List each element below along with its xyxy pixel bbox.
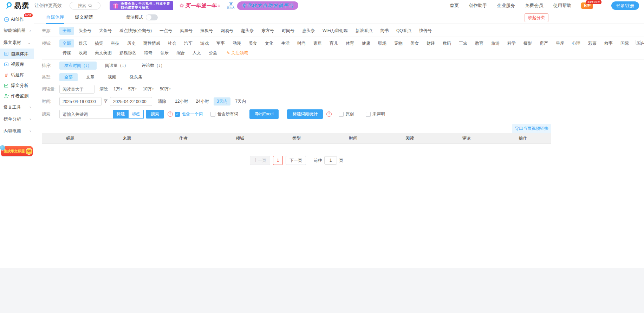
source-option[interactable]: 大鱼号 xyxy=(96,27,115,35)
source-option[interactable]: 凤凰号 xyxy=(177,27,196,35)
source-option[interactable]: 快传号 xyxy=(416,27,435,35)
field-option[interactable]: 文化 xyxy=(262,39,277,47)
reads-clear-link[interactable]: 清除 xyxy=(99,86,108,92)
original-checkbox[interactable] xyxy=(339,112,344,117)
field-option[interactable]: 搞笑 xyxy=(92,39,106,47)
field-option[interactable]: 体育 xyxy=(343,39,357,47)
field-option[interactable]: 彩票 xyxy=(585,39,600,47)
search-by-tag-button[interactable]: 标签 xyxy=(128,110,144,119)
header-search[interactable]: 搜索 xyxy=(70,2,100,9)
sidebar-item-hot-analysis[interactable]: 爆文分析 xyxy=(0,80,34,91)
field-option[interactable]: 数码 xyxy=(440,39,454,47)
sidebar-item-author-monitor[interactable]: 作者监测 xyxy=(0,91,34,101)
source-option[interactable]: 新浪看点 xyxy=(352,27,376,35)
nav-link[interactable]: 首页 xyxy=(450,2,459,9)
time-option[interactable]: 7天内 xyxy=(232,97,249,106)
source-option[interactable]: QQ看点 xyxy=(393,27,415,35)
sort-option[interactable]: 发布时间（↓） xyxy=(59,62,97,70)
reads-option[interactable]: 5万+ xyxy=(128,86,137,92)
type-option[interactable]: 微头条 xyxy=(125,73,147,81)
source-option[interactable]: 网易号 xyxy=(217,27,236,35)
field-option[interactable]: 旅游 xyxy=(488,39,503,47)
login-button[interactable]: 登录/注册 xyxy=(611,1,639,10)
field-option[interactable]: 科技 xyxy=(108,39,123,47)
promo-banner-gift[interactable]: 免费会员，千元礼包，行业干货 扫码进群即可领取 xyxy=(110,1,173,10)
field-option[interactable]: 育儿 xyxy=(326,39,341,47)
search-help-icon[interactable]: ? xyxy=(168,111,173,117)
time-clear-link[interactable]: 清除 xyxy=(158,98,166,104)
time-option[interactable]: 12小时 xyxy=(172,97,191,106)
field-option[interactable]: 历史 xyxy=(124,39,139,47)
field-option[interactable]: 生活 xyxy=(278,39,293,47)
search-by-title-button[interactable]: 标题 xyxy=(113,110,128,119)
sidebar-item-hot-material[interactable]: 爆文素材 ⌄ xyxy=(0,37,34,49)
field-option[interactable]: 宠物 xyxy=(391,39,406,47)
reads-input[interactable] xyxy=(59,85,95,94)
field-option[interactable]: 人文 xyxy=(189,49,204,57)
nav-link[interactable]: 创作助手 xyxy=(469,2,487,9)
nav-link[interactable]: 使用帮助 xyxy=(553,2,571,9)
word-frequency-help-icon[interactable]: ? xyxy=(326,111,332,117)
sort-option[interactable]: 阅读量（↓） xyxy=(100,62,133,70)
nav-link[interactable]: 企业服务 xyxy=(497,2,515,9)
sidebar-item-video-library[interactable]: 视频库 xyxy=(0,59,34,70)
field-option[interactable]: 国际 xyxy=(617,39,632,47)
field-option[interactable]: 社会 xyxy=(165,39,180,47)
prev-page-button[interactable]: 上一页 xyxy=(250,156,270,165)
field-option[interactable]: 动漫 xyxy=(229,39,244,47)
tab-hot-picks[interactable]: 爆文精选 xyxy=(75,11,93,24)
keyword-input[interactable] xyxy=(59,110,113,119)
sort-option[interactable]: 评论数（↓） xyxy=(137,62,170,70)
sidebar-item-topic-library[interactable]: # 话题库 xyxy=(0,70,34,80)
field-option[interactable]: 房产 xyxy=(536,39,551,47)
promo-banner-media[interactable]: M 媒大大 专业软文自助发稿平台 xyxy=(227,1,298,10)
field-option[interactable]: 影视综艺 xyxy=(116,49,139,57)
source-option[interactable]: 趣头条 xyxy=(238,27,257,35)
export-page-videos-link[interactable]: 导出当页视频链接 xyxy=(512,124,551,133)
time-option[interactable]: 24小时 xyxy=(193,97,212,106)
page-number-button[interactable]: 1 xyxy=(273,156,283,165)
sidebar-item-smart-editor[interactable]: 智能编辑器 › xyxy=(0,25,34,37)
field-option[interactable]: 收藏 xyxy=(76,49,90,57)
field-option[interactable]: 心理 xyxy=(569,39,584,47)
field-option[interactable]: 星座 xyxy=(553,39,567,47)
search-button[interactable]: 搜索 xyxy=(146,110,164,119)
reads-option[interactable]: 1万+ xyxy=(113,86,123,92)
field-option[interactable]: 健康 xyxy=(359,39,373,47)
nav-link[interactable]: 免费会员 xyxy=(525,2,543,9)
field-option[interactable]: 时尚 xyxy=(294,39,309,47)
sidebar-item-content-ecommerce[interactable]: 内容电商 › xyxy=(0,125,34,137)
field-option[interactable]: 传媒 xyxy=(59,49,74,57)
sidebar-item-ranking-analysis[interactable]: 榜单分析 › xyxy=(0,113,34,125)
field-option[interactable]: 美食 xyxy=(246,39,260,47)
reads-option[interactable]: 10万+ xyxy=(143,86,154,92)
source-option[interactable]: 头条号 xyxy=(76,27,95,35)
vip-badge[interactable]: VIP 买1年送1年 xyxy=(581,3,593,8)
source-option[interactable]: WiFi万能钥匙 xyxy=(319,27,351,35)
field-option[interactable]: 科学 xyxy=(504,39,519,47)
type-option[interactable]: 全部 xyxy=(59,73,78,81)
export-excel-button[interactable]: 导出Excel xyxy=(249,109,279,119)
source-option[interactable]: 看点快报(企鹅号) xyxy=(116,27,155,35)
field-option[interactable]: 军事 xyxy=(213,39,228,47)
source-option[interactable]: 简书 xyxy=(377,27,392,35)
field-option[interactable]: 美文美图 xyxy=(92,49,115,57)
goto-page-input[interactable] xyxy=(324,156,337,165)
type-option[interactable]: 视频 xyxy=(103,73,121,81)
field-option[interactable]: 教育 xyxy=(472,39,487,47)
generate-title-badge[interactable]: 生成爆文标题 GO xyxy=(1,146,33,156)
next-page-button[interactable]: 下一页 xyxy=(286,156,306,165)
word-frequency-button[interactable]: 标题词频统计 xyxy=(287,109,323,119)
undeclared-checkbox[interactable] xyxy=(366,112,371,117)
reads-option[interactable]: 50万+ xyxy=(160,86,171,92)
source-option[interactable]: 搜狐号 xyxy=(197,27,216,35)
date-to-input[interactable] xyxy=(110,97,152,106)
field-option[interactable]: 汽车 xyxy=(181,39,196,47)
field-option[interactable]: 财经 xyxy=(423,39,438,47)
simple-mode-toggle[interactable] xyxy=(146,14,158,20)
field-option[interactable]: 故事 xyxy=(601,39,616,47)
app-logo[interactable]: 易撰 xyxy=(5,1,30,11)
field-option[interactable]: 家居 xyxy=(310,39,325,47)
field-option[interactable]: 猎奇 xyxy=(141,49,156,57)
field-option[interactable]: 游戏 xyxy=(197,39,212,47)
